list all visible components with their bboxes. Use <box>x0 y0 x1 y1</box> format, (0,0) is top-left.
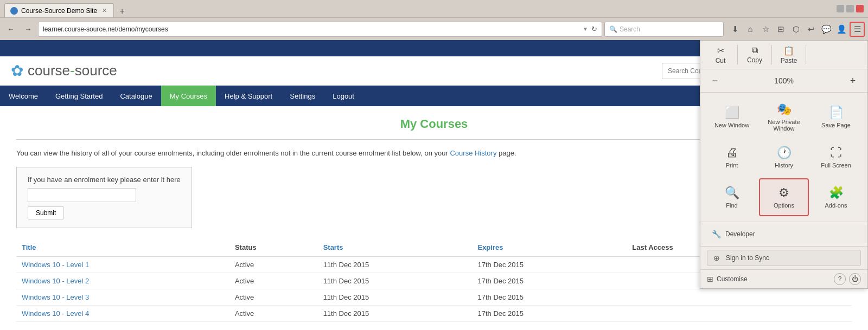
address-dropdown-icon[interactable]: ▼ <box>583 26 588 32</box>
nav-item-getting-started[interactable]: Getting Started <box>47 86 111 106</box>
close-tab-button[interactable]: ✕ <box>100 7 108 15</box>
zoom-in-button[interactable]: + <box>845 73 861 89</box>
th-expires[interactable]: Expires <box>472 239 627 256</box>
table-row: Windows 10 - Level 3 Active 11th Dec 201… <box>16 289 852 305</box>
history-button[interactable]: 🕐 History <box>759 138 809 176</box>
course-title-link[interactable]: Windows 10 - Level 3 <box>22 293 89 301</box>
course-expires-cell: 17th Dec 2015 <box>472 256 627 273</box>
address-bar[interactable]: learner.course-source.net/demo/mycourses… <box>38 22 602 37</box>
find-icon: 🔍 <box>725 186 739 200</box>
forward-button[interactable]: → <box>21 22 36 37</box>
tab-favicon <box>10 7 18 15</box>
full-screen-icon: ⛶ <box>830 146 842 160</box>
course-starts-cell: 11th Dec 2015 <box>318 273 473 289</box>
copy-icon: ⧉ <box>752 46 758 55</box>
toolbar-icons: ⬇ ⌂ ☆ ⊟ ⬡ ↩ 💬 👤 ☰ <box>728 22 865 37</box>
th-status: Status <box>229 239 318 256</box>
paste-label: Paste <box>781 57 797 64</box>
download-icon[interactable]: ⬇ <box>728 22 742 36</box>
menu-edit-row: ✂ Cut ⧉ Copy 📋 Paste <box>700 41 867 69</box>
enrolment-key-input[interactable] <box>28 188 136 202</box>
course-title-cell: Windows 10 - Level 4 <box>16 305 229 321</box>
help-button[interactable]: ? <box>834 273 846 285</box>
options-label: Options <box>774 202 794 209</box>
tab-bar: Course-Source Demo Site ✕ + <box>4 0 129 17</box>
customise-label[interactable]: Customise <box>717 275 748 283</box>
th-starts[interactable]: Starts <box>318 239 473 256</box>
pocket-icon[interactable]: ⬡ <box>789 22 803 36</box>
logo-source: source <box>75 62 117 79</box>
nav-item-logout[interactable]: Logout <box>324 86 363 106</box>
add-ons-icon: 🧩 <box>829 186 844 200</box>
paste-button[interactable]: 📋 Paste <box>775 45 802 64</box>
restore-button[interactable] <box>846 5 854 12</box>
copy-button[interactable]: ⧉ Copy <box>741 45 768 64</box>
full-screen-label: Full Screen <box>821 162 851 169</box>
sign-in-button[interactable]: ⊕ Sign in to Sync <box>707 250 861 266</box>
nav-item-my-courses[interactable]: My Courses <box>161 86 216 106</box>
new-private-window-label: New PrivateWindow <box>768 119 800 132</box>
minimize-button[interactable] <box>837 5 844 12</box>
course-title-link[interactable]: Windows 10 - Level 2 <box>22 277 89 285</box>
cut-icon: ✂ <box>717 46 724 56</box>
back-button[interactable]: ← <box>3 22 18 37</box>
print-button[interactable]: 🖨 Print <box>707 138 757 176</box>
new-private-window-button[interactable]: 🎭 New PrivateWindow <box>759 98 809 136</box>
cut-button[interactable]: ✂ Cut <box>707 45 734 64</box>
new-window-icon: ⬜ <box>725 106 739 120</box>
nav-item-welcome[interactable]: Welcome <box>0 86 47 106</box>
refresh-button[interactable]: ↻ <box>591 25 597 33</box>
developer-button[interactable]: 🔧 Developer <box>707 227 861 242</box>
chat-icon[interactable]: 💬 <box>819 22 833 36</box>
find-button[interactable]: 🔍 Find <box>707 178 757 216</box>
new-window-button[interactable]: ⬜ New Window <box>707 98 757 136</box>
firefox-menu: ✂ Cut ⧉ Copy 📋 Paste − 100% <box>700 40 868 289</box>
submit-button[interactable]: Submit <box>28 206 64 219</box>
persona-icon[interactable]: 👤 <box>834 22 848 36</box>
course-last-access-cell <box>627 289 768 305</box>
save-page-icon: 📄 <box>829 106 844 120</box>
page-area: Welcome, ✿ course-source Catalogue 🔍 <box>0 40 868 330</box>
new-window-label: New Window <box>714 122 749 128</box>
nav-item-catalogue[interactable]: Catalogue <box>111 86 161 106</box>
course-comp-cell <box>768 305 852 321</box>
options-button[interactable]: ⚙ Options <box>759 178 809 216</box>
logo-text: course-source <box>28 62 117 79</box>
zoom-out-button[interactable]: − <box>707 73 723 89</box>
save-page-button[interactable]: 📄 Save Page <box>811 98 861 136</box>
course-expires-cell: 17th Dec 2015 <box>472 305 627 321</box>
active-tab[interactable]: Course-Source Demo Site ✕ <box>4 3 114 17</box>
back-arrow-icon[interactable]: ↩ <box>804 22 818 36</box>
bookmark-star-icon[interactable]: ☆ <box>758 22 773 36</box>
close-button[interactable] <box>856 5 864 12</box>
course-title-cell: Windows 10 - Level 2 <box>16 273 229 289</box>
course-history-link[interactable]: Course History <box>450 149 496 157</box>
power-button[interactable]: ⏻ <box>849 273 861 285</box>
firefox-menu-button[interactable]: ☰ <box>850 22 865 37</box>
course-title-link[interactable]: Windows 10 - Level 4 <box>22 309 89 318</box>
new-tab-button[interactable]: + <box>115 5 129 17</box>
browser-search-bar[interactable]: 🔍 Search <box>604 22 724 37</box>
find-label: Find <box>726 202 737 209</box>
home-icon[interactable]: ⌂ <box>743 22 757 36</box>
sign-in-section: ⊕ Sign in to Sync <box>700 246 867 269</box>
nav-item-settings[interactable]: Settings <box>281 86 324 106</box>
options-icon: ⚙ <box>778 186 789 200</box>
separator-v-3 <box>806 45 806 64</box>
course-title-cell: Windows 10 - Level 3 <box>16 289 229 305</box>
full-screen-button[interactable]: ⛶ Full Screen <box>811 138 861 176</box>
enrolment-box: If you have an enrolment key please ente… <box>16 167 192 228</box>
paste-icon: 📋 <box>783 46 794 56</box>
cut-label: Cut <box>716 57 726 64</box>
add-ons-button[interactable]: 🧩 Add-ons <box>811 178 861 216</box>
nav-item-help[interactable]: Help & Support <box>216 86 281 106</box>
tab-title: Course-Source Demo Site <box>21 7 97 15</box>
bookmarks-icon[interactable]: ⊟ <box>774 22 788 36</box>
enrolment-label: If you have an enrolment key please ente… <box>28 176 181 184</box>
menu-bottom: 🔧 Developer <box>700 222 867 246</box>
th-title[interactable]: Title <box>16 239 229 256</box>
course-expires-cell: 17th Dec 2015 <box>472 273 627 289</box>
menu-grid: ⬜ New Window 🎭 New PrivateWindow 📄 Save … <box>700 93 867 222</box>
course-title-link[interactable]: Windows 10 - Level 1 <box>22 261 89 269</box>
table-row: Windows 10 - Level 4 Active 11th Dec 201… <box>16 305 852 321</box>
